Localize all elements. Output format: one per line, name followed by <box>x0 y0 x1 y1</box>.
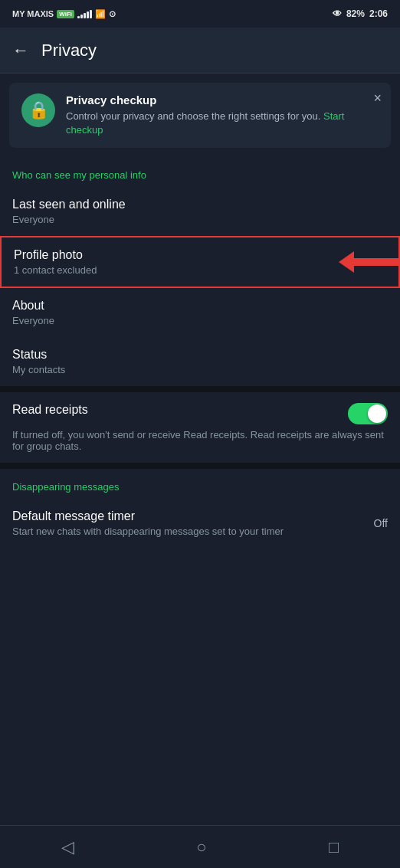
wifi-icon: 📶 <box>95 9 106 19</box>
nav-back-button[interactable]: ◁ <box>61 837 74 857</box>
last-seen-item[interactable]: Last seen and online Everyone <box>0 187 400 236</box>
read-receipts-description: If turned off, you won't send or receive… <box>12 429 388 452</box>
screen-record-icon: ⊙ <box>109 9 116 19</box>
privacy-checkup-banner: 🔒 Privacy checkup Control your privacy a… <box>9 83 391 148</box>
page-header: ← Privacy <box>0 28 400 74</box>
bottom-navigation: ◁ ○ □ <box>0 825 400 868</box>
profile-photo-title: Profile photo <box>14 248 386 262</box>
personal-info-section-header: Who can see my personal info <box>0 157 400 187</box>
default-timer-row: Default message timer Start new chats wi… <box>12 509 388 537</box>
red-arrow <box>339 251 400 273</box>
last-seen-title: Last seen and online <box>12 198 388 211</box>
read-receipts-text: Read receipts <box>12 403 348 417</box>
toggle-knob <box>368 405 386 423</box>
read-receipts-item[interactable]: Read receipts If turned off, you won't s… <box>0 392 400 463</box>
default-timer-text: Default message timer Start new chats wi… <box>12 509 284 537</box>
default-timer-value: Off <box>374 517 388 529</box>
wifi-badge: WiFi <box>57 10 74 18</box>
nav-home-button[interactable]: ○ <box>196 837 206 857</box>
read-receipts-row: Read receipts <box>12 403 388 424</box>
about-subtitle: Everyone <box>12 315 388 326</box>
close-button[interactable]: × <box>373 90 382 106</box>
back-button[interactable]: ← <box>12 41 29 61</box>
section-divider-1 <box>0 386 400 392</box>
signal-icon <box>77 9 92 18</box>
status-subtitle: My contacts <box>12 364 388 375</box>
eye-icon: 👁 <box>333 8 342 19</box>
read-receipts-toggle[interactable] <box>348 403 388 424</box>
status-bar: MY MAXIS WiFi 📶 ⊙ 👁 82% 2:06 <box>0 0 400 28</box>
status-item[interactable]: Status My contacts <box>0 337 400 386</box>
default-timer-description: Start new chats with disappearing messag… <box>12 526 284 537</box>
checkup-description: Control your privacy and choose the righ… <box>66 110 379 137</box>
default-timer-title: Default message timer <box>12 509 284 523</box>
disappearing-messages-header: Disappearing messages <box>0 469 400 499</box>
profile-photo-subtitle: 1 contact excluded <box>14 264 386 276</box>
default-timer-item[interactable]: Default message timer Start new chats wi… <box>0 499 400 548</box>
status-indicators: 👁 82% 2:06 <box>333 8 388 19</box>
last-seen-subtitle: Everyone <box>12 214 388 225</box>
battery-level: 82% <box>346 8 365 19</box>
about-title: About <box>12 299 388 313</box>
read-receipts-title: Read receipts <box>12 403 339 417</box>
time-display: 2:06 <box>369 8 388 19</box>
carrier-name: MY MAXIS <box>12 9 54 18</box>
checkup-icon: 🔒 <box>21 93 55 127</box>
carrier-info: MY MAXIS WiFi 📶 ⊙ <box>12 9 116 19</box>
nav-recent-button[interactable]: □ <box>329 837 339 857</box>
page-title: Privacy <box>41 41 97 61</box>
status-title: Status <box>12 348 388 362</box>
section-divider-2 <box>0 463 400 469</box>
checkup-content: Privacy checkup Control your privacy and… <box>66 93 379 137</box>
checkup-title: Privacy checkup <box>66 93 379 106</box>
about-item[interactable]: About Everyone <box>0 288 400 337</box>
